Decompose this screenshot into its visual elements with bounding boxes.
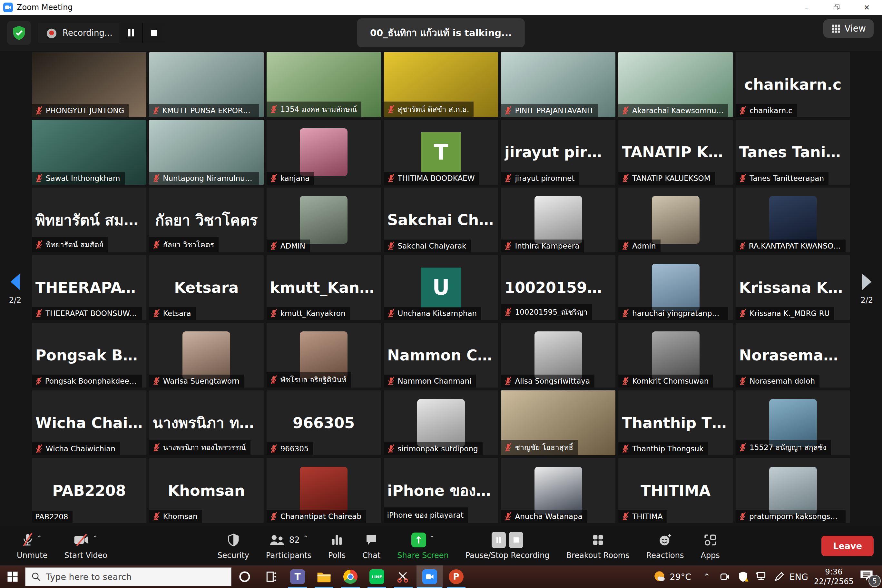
participant-tile[interactable]: THITIMA THITIMA — [618, 458, 733, 523]
security-shield-icon[interactable] — [7, 21, 31, 45]
participant-tile[interactable]: haruchai yingpratanporn — [618, 255, 733, 320]
stop-recording-button[interactable] — [142, 23, 165, 43]
participant-tile[interactable]: T THITIMA BOODKAEW — [384, 120, 498, 185]
zoom-taskbar-icon[interactable] — [417, 566, 443, 588]
close-button[interactable]: ✕ — [852, 0, 882, 15]
network-tray-icon[interactable] — [753, 566, 769, 588]
participant-tile[interactable]: พิทยารัตน์ สมสัตย์ พิทยารัตน์ สมสัตย์ — [32, 188, 146, 252]
participant-tile[interactable]: Tanes Tanitteerapan Tanes Tanitteerapan — [736, 120, 850, 185]
pause-recording-button[interactable] — [120, 23, 142, 43]
notification-center[interactable]: 5 — [860, 566, 878, 588]
leave-button[interactable]: Leave — [821, 536, 874, 556]
participant-tile[interactable]: Komkrit Chomsuwan — [618, 323, 733, 387]
participant-tile[interactable]: Warisa Suengtaworn — [149, 323, 264, 387]
participants-button[interactable]: 82 ⌃ Participants — [258, 526, 320, 566]
participant-tile[interactable]: ADMIN — [267, 188, 381, 252]
line-app-icon[interactable]: LINE — [364, 566, 390, 588]
participants-options-caret[interactable]: ⌃ — [303, 534, 309, 542]
cortana-button[interactable] — [231, 566, 258, 588]
weather-widget[interactable]: 29°C — [648, 566, 697, 588]
participant-tile[interactable]: kmutt_Kanyakron kmutt_Kanyakron — [267, 255, 381, 320]
participant-tile[interactable]: PHONGYUT JUNTONG — [32, 52, 146, 117]
participant-tile[interactable]: นางพรนิภา ทองไพรวรรณ์ นางพรนิภา ทองไพรวร… — [149, 390, 264, 455]
next-page-control[interactable]: 2/2 — [852, 272, 881, 304]
pause-icon[interactable] — [492, 532, 506, 548]
view-button[interactable]: View — [824, 20, 874, 38]
participant-tile[interactable]: jirayut piromnet jirayut piromnet — [501, 120, 615, 185]
participant-tile[interactable]: 15527 ธนัญญา สกุลซ้ง — [736, 390, 850, 455]
participant-tile[interactable]: pratumporn kaksongsakul — [736, 458, 850, 523]
hidden-icons-caret[interactable]: ⌃ — [699, 566, 715, 588]
breakout-rooms-button[interactable]: Breakout Rooms — [558, 526, 638, 566]
participant-tile[interactable]: 1354 มงคล นามลักษณ์ — [267, 52, 381, 117]
participant-avatar — [652, 332, 699, 379]
unmute-options-caret[interactable]: ⌃ — [36, 534, 42, 542]
chat-button[interactable]: Chat — [354, 526, 389, 566]
taskbar-search-input[interactable]: Type here to search — [25, 567, 231, 586]
clock[interactable]: 9:36 22/7/2565 — [811, 566, 857, 588]
participant-tile[interactable]: Ketsara Ketsara — [149, 255, 264, 320]
participant-tile[interactable]: Khomsan Khomsan — [149, 458, 264, 523]
participant-tile[interactable]: 966305 966305 — [267, 390, 381, 455]
participant-tile[interactable]: กัลยา วิชาโคตร กัลยา วิชาโคตร — [149, 188, 264, 252]
participant-tile[interactable]: พัชโรบล จริยฐิตินันท์ — [267, 323, 381, 387]
participant-tile[interactable]: sirimonpak sutdipong — [384, 390, 498, 455]
share-options-caret[interactable]: ⌃ — [429, 534, 435, 542]
participant-tile[interactable]: Alisa Songsriwittaya — [501, 323, 615, 387]
snipping-tool-icon[interactable] — [390, 566, 417, 588]
participant-tile[interactable]: Krissana K._MBRG RU Krissana K._MBRG RU — [736, 255, 850, 320]
reactions-button[interactable]: Reactions — [638, 526, 693, 566]
pen-tray-icon[interactable] — [771, 566, 787, 588]
participant-tile[interactable]: THEERAPAT BOONSUWAN THEERAPAT BOONSUWAN — [32, 255, 146, 320]
security-button[interactable]: Security — [209, 526, 258, 566]
participant-tile[interactable]: chanikarn.c chanikarn.c — [736, 52, 850, 117]
participant-tile[interactable]: Thanthip Thongsuk Thanthip Thongsuk — [618, 390, 733, 455]
participant-tile[interactable]: kanjana — [267, 120, 381, 185]
teams-app-icon[interactable]: T — [284, 566, 311, 588]
task-view-button[interactable] — [258, 566, 284, 588]
chrome-icon[interactable] — [337, 566, 364, 588]
participant-tile[interactable]: Sakchai Chaiyarak Sakchai Chaiyarak — [384, 188, 498, 252]
file-explorer-icon[interactable] — [311, 566, 337, 588]
participant-tile[interactable]: 100201595_ณัชริญา 100201595_ณัชริญา — [501, 255, 615, 320]
apps-button[interactable]: Apps — [692, 526, 728, 566]
window-title: Zoom Meeting — [17, 3, 73, 12]
participant-tile[interactable]: PINIT PRAJANTAVANIT — [501, 52, 615, 117]
polls-button[interactable]: Polls — [320, 526, 354, 566]
participant-tile[interactable]: Nuntapong Niramulnurak — [149, 120, 264, 185]
minimize-button[interactable]: – — [791, 0, 821, 15]
defender-tray-icon[interactable] — [735, 566, 751, 588]
participant-tile[interactable]: RA.KANTAPAT KWANSOMK... — [736, 188, 850, 252]
pause-stop-recording-button[interactable]: Pause/Stop Recording — [457, 526, 558, 566]
stop-icon[interactable] — [509, 532, 523, 548]
language-indicator[interactable]: ENG — [789, 566, 808, 588]
participant-tile[interactable]: PAB2208PAB2208 — [32, 458, 146, 523]
share-screen-button[interactable]: ↑ ⌃ Share Screen — [389, 526, 457, 566]
participant-tile[interactable]: Chanantipat Chaireab — [267, 458, 381, 523]
participant-tile[interactable]: KMUTT PUNSA EKPORNPR... — [149, 52, 264, 117]
participant-tile[interactable]: iPhone ของ pitayaratiPhone ของ pitayarat — [384, 458, 498, 523]
restore-button[interactable] — [821, 0, 852, 15]
participant-tile[interactable]: Admin — [618, 188, 733, 252]
participant-tile[interactable]: Akarachai Kaewsomnues — [618, 52, 733, 117]
video-options-caret[interactable]: ⌃ — [93, 534, 98, 542]
participant-tile[interactable]: Nammon Chanmani Nammon Chanmani — [384, 323, 498, 387]
powerpoint-icon[interactable]: P — [443, 566, 470, 588]
participant-tile[interactable]: สุชารัตน์ ดิสขำ ส.ก.ธ. — [384, 52, 498, 117]
start-button[interactable] — [0, 566, 25, 588]
camera-tray-icon[interactable] — [717, 566, 733, 588]
participant-tile[interactable]: TANATIP KALUEKSOM TANATIP KALUEKSOM — [618, 120, 733, 185]
previous-page-arrow-icon[interactable] — [8, 272, 22, 291]
participant-tile[interactable]: Wicha Chaiwichian Wicha Chaiwichian — [32, 390, 146, 455]
previous-page-control[interactable]: 2/2 — [1, 272, 30, 304]
participant-tile[interactable]: ชาญชัย โยธาสุทธิ์ — [501, 390, 615, 455]
participant-tile[interactable]: Inthira Kampeera — [501, 188, 615, 252]
participant-tile[interactable]: Pongsak Boonphakdee IT-... Pongsak Boonp… — [32, 323, 146, 387]
participant-tile[interactable]: Anucha Watanapa — [501, 458, 615, 523]
start-video-button[interactable]: ⌃ Start Video — [56, 526, 116, 566]
next-page-arrow-icon[interactable] — [860, 272, 874, 291]
participant-tile[interactable]: Sawat Inthongkham — [32, 120, 146, 185]
participant-tile[interactable]: U Unchana Kitsamphan — [384, 255, 498, 320]
unmute-button[interactable]: ⌃ Unmute — [8, 526, 56, 566]
participant-tile[interactable]: Norasemah doloh Norasemah doloh — [736, 323, 850, 387]
